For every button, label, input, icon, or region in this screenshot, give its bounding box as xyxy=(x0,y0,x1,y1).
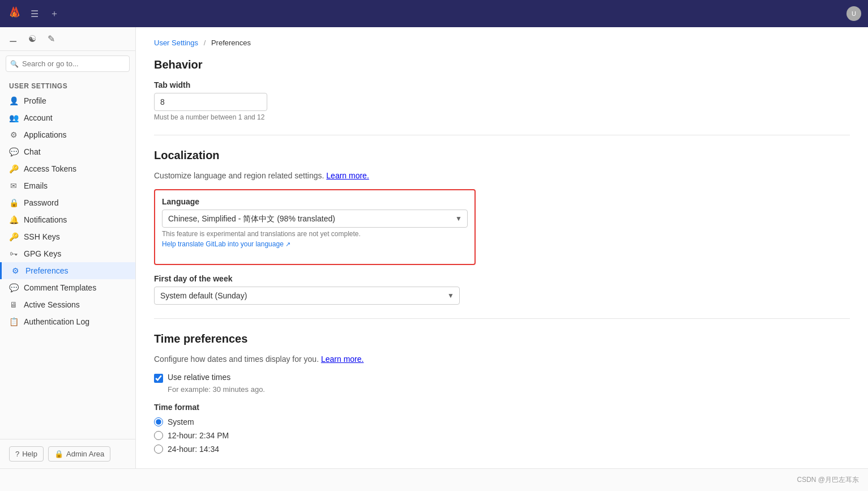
new-item-btn[interactable]: ＋ xyxy=(46,6,62,22)
app-layout: ⚊ ☯ ✎ 🔍 User settings 👤Profile👥Account⚙A… xyxy=(0,27,868,468)
ssh-keys-icon: 🔑 xyxy=(9,232,18,241)
active-sessions-icon: 🖥 xyxy=(9,300,18,309)
sidebar-icons-row: ⚊ ☯ ✎ xyxy=(0,27,135,51)
first-day-group: First day of the week System default (Su… xyxy=(154,274,850,305)
sidebar-item-access-tokens[interactable]: 🔑Access Tokens xyxy=(0,160,135,177)
sidebar-item-authentication-log[interactable]: 📋Authentication Log xyxy=(0,313,135,330)
sidebar-item-gpg-keys[interactable]: 🗝GPG Keys xyxy=(0,245,135,262)
language-select-wrapper: Chinese, Simplified - 简体中文 (98% translat… xyxy=(162,210,468,228)
first-day-select[interactable]: System default (Sunday)MondayTuesdayWedn… xyxy=(154,287,460,305)
breadcrumb-current: Preferences xyxy=(211,39,251,47)
authentication-log-icon: 📋 xyxy=(9,317,18,326)
applications-icon: ⚙ xyxy=(9,130,18,139)
sidebar-item-password[interactable]: 🔒Password xyxy=(0,194,135,211)
admin-icon: 🔒 xyxy=(54,450,63,458)
sidebar-item-applications[interactable]: ⚙Applications xyxy=(0,126,135,143)
profile-label: Profile xyxy=(24,96,46,105)
notifications-label: Notifications xyxy=(24,215,67,224)
language-label: Language xyxy=(162,197,468,206)
language-translate-text: Help translate GitLab into your language xyxy=(162,240,284,248)
language-experimental-hint: This feature is experimental and transla… xyxy=(162,230,468,238)
topbar: ☰ ＋ U xyxy=(0,0,868,27)
ssh-keys-label: SSH Keys xyxy=(24,232,60,241)
password-icon: 🔒 xyxy=(9,198,18,207)
breadcrumb-separator: / xyxy=(204,39,206,47)
time-preferences-description: Configure how dates and times display fo… xyxy=(154,355,850,364)
time-format-system-radio[interactable] xyxy=(154,417,163,426)
search-icon: 🔍 xyxy=(10,60,19,68)
sidebar-item-chat[interactable]: 💬Chat xyxy=(0,143,135,160)
sidebar-footer: ? Help 🔒 Admin Area xyxy=(0,439,135,468)
sidebar-item-preferences[interactable]: ⚙Preferences xyxy=(0,262,135,279)
use-relative-times-label: Use relative times xyxy=(168,373,230,382)
language-translate-link[interactable]: Help translate GitLab into your language… xyxy=(162,240,290,248)
localization-section: Localization Customize language and regi… xyxy=(154,149,850,305)
time-format-24hour-label: 24-hour: 14:34 xyxy=(168,445,219,454)
use-relative-times-row: Use relative times xyxy=(154,373,850,383)
language-select[interactable]: Chinese, Simplified - 简体中文 (98% translat… xyxy=(162,210,468,228)
language-box: Language Chinese, Simplified - 简体中文 (98%… xyxy=(154,189,476,265)
sidebar-item-ssh-keys[interactable]: 🔑SSH Keys xyxy=(0,228,135,245)
time-pref-desc-text: Configure how dates and times display fo… xyxy=(154,355,319,364)
tab-width-label: Tab width xyxy=(154,80,850,89)
bottom-bar-right: CSDN @月巴左耳东 xyxy=(797,475,859,485)
sidebar-merge-btn[interactable]: ☯ xyxy=(24,31,41,47)
help-btn[interactable]: ? Help xyxy=(9,446,44,462)
user-avatar[interactable]: U xyxy=(846,6,861,21)
localization-desc-text: Customize language and region related se… xyxy=(154,171,324,180)
admin-area-btn[interactable]: 🔒 Admin Area xyxy=(48,446,110,462)
first-day-label: First day of the week xyxy=(154,274,850,283)
account-label: Account xyxy=(24,113,53,122)
sidebar: ⚊ ☯ ✎ 🔍 User settings 👤Profile👥Account⚙A… xyxy=(0,27,136,468)
help-label: Help xyxy=(22,450,37,458)
emails-icon: ✉ xyxy=(9,181,18,190)
time-format-system-label: System xyxy=(168,417,194,426)
sidebar-item-active-sessions[interactable]: 🖥Active Sessions xyxy=(0,296,135,313)
time-format-label: Time format xyxy=(154,403,850,412)
tab-width-input[interactable] xyxy=(154,93,267,111)
time-preferences-title: Time preferences xyxy=(154,332,850,345)
sidebar-edit-btn[interactable]: ✎ xyxy=(43,31,59,47)
active-sessions-label: Active Sessions xyxy=(24,300,80,309)
external-link-icon: ↗ xyxy=(285,241,290,247)
language-group: Language Chinese, Simplified - 简体中文 (98%… xyxy=(162,197,468,248)
behavior-title: Behavior xyxy=(154,58,850,71)
sidebar-search-container: 🔍 xyxy=(6,55,130,72)
comment-templates-label: Comment Templates xyxy=(24,283,96,292)
sidebar-toggle-btn[interactable]: ☰ xyxy=(27,6,42,22)
sidebar-item-profile[interactable]: 👤Profile xyxy=(0,92,135,109)
behavior-section: Behavior Tab width Must be a number betw… xyxy=(154,58,850,121)
time-preferences-section: Time preferences Configure how dates and… xyxy=(154,332,850,454)
sidebar-item-comment-templates[interactable]: 💬Comment Templates xyxy=(0,279,135,296)
time-format-12hour-radio[interactable] xyxy=(154,431,163,440)
tab-width-group: Tab width Must be a number between 1 and… xyxy=(154,80,850,121)
sidebar-section-label: User settings xyxy=(0,76,135,92)
time-format-24hour-radio[interactable] xyxy=(154,445,163,454)
preferences-label: Preferences xyxy=(25,266,68,275)
sidebar-pin-btn[interactable]: ⚊ xyxy=(5,31,22,47)
time-format-section: Time format System 12-hour: 2:34 PM 24-h… xyxy=(154,403,850,454)
sidebar-item-account[interactable]: 👥Account xyxy=(0,109,135,126)
access-tokens-label: Access Tokens xyxy=(24,164,76,173)
sidebar-items-container: 👤Profile👥Account⚙Applications💬Chat🔑Acces… xyxy=(0,92,135,330)
time-format-12hour-row: 12-hour: 2:34 PM xyxy=(154,431,850,440)
gpg-keys-label: GPG Keys xyxy=(24,249,61,258)
search-input[interactable] xyxy=(6,55,130,72)
bottom-bar: CSDN @月巴左耳东 xyxy=(0,468,868,491)
comment-templates-icon: 💬 xyxy=(9,283,18,292)
tab-width-hint: Must be a number between 1 and 12 xyxy=(154,113,850,121)
password-label: Password xyxy=(24,198,58,207)
breadcrumb-parent-link[interactable]: User Settings xyxy=(154,39,198,47)
use-relative-times-checkbox[interactable] xyxy=(154,374,163,383)
sidebar-item-emails[interactable]: ✉Emails xyxy=(0,177,135,194)
localization-learn-more-link[interactable]: Learn more. xyxy=(326,171,369,180)
chat-label: Chat xyxy=(24,147,41,156)
time-format-radios: System 12-hour: 2:34 PM 24-hour: 14:34 xyxy=(154,417,850,454)
sidebar-item-notifications[interactable]: 🔔Notifications xyxy=(0,211,135,228)
divider-2 xyxy=(154,318,850,319)
language-hint-text: This feature is experimental and transla… xyxy=(162,230,361,238)
breadcrumb: User Settings / Preferences xyxy=(154,39,850,47)
gitlab-logo xyxy=(7,6,23,22)
time-pref-learn-more-link[interactable]: Learn more. xyxy=(321,355,364,364)
authentication-log-label: Authentication Log xyxy=(24,317,89,326)
